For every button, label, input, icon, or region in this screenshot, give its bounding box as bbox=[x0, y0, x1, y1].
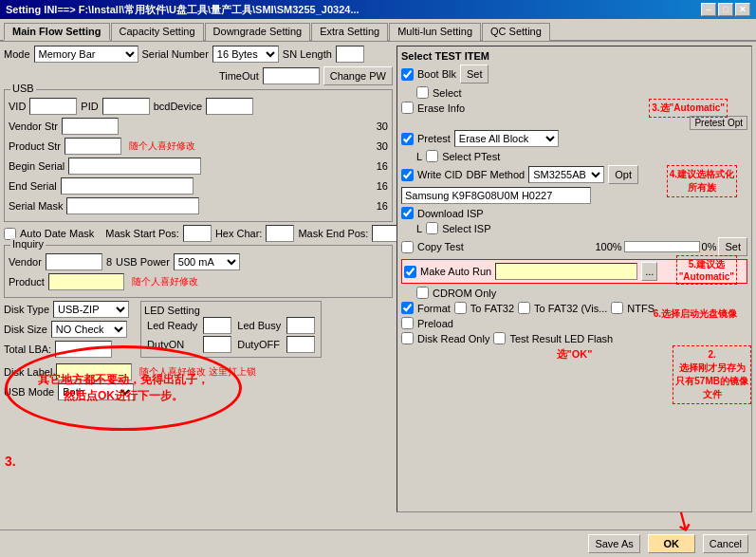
disk-label-input[interactable]: USB DISK bbox=[56, 363, 132, 381]
set-button2[interactable]: Set bbox=[718, 237, 747, 256]
copy-test-label: Copy Test bbox=[417, 241, 464, 252]
sn-length-input[interactable]: 16 bbox=[336, 46, 364, 63]
select-ptest-check[interactable] bbox=[426, 150, 438, 162]
tab-extra[interactable]: Extra Setting bbox=[311, 23, 388, 41]
usb-power-select[interactable]: 500 mA bbox=[174, 253, 240, 270]
led-busy-input[interactable]: 48 bbox=[286, 317, 315, 334]
num5: 16 bbox=[377, 200, 388, 212]
pid-label: PID bbox=[81, 101, 98, 112]
usb-group-label: USB bbox=[10, 83, 36, 94]
set-button[interactable]: Set bbox=[460, 65, 489, 84]
duty-on-input[interactable]: 0 bbox=[203, 336, 231, 353]
begin-serial-input[interactable]: FBA1003240000299 bbox=[68, 158, 201, 175]
dbf-method-select[interactable]: SM3255AB bbox=[528, 166, 604, 183]
copy-pct2: 0% bbox=[702, 241, 717, 252]
preload-check[interactable] bbox=[401, 317, 414, 329]
led-ready-input[interactable]: 3 bbox=[203, 317, 231, 334]
bottom-bar: Save As OK Cancel bbox=[0, 529, 756, 557]
inquiry-vendor-label: Vendor bbox=[9, 256, 42, 268]
tab-downgrade[interactable]: Downgrade Setting bbox=[205, 23, 311, 41]
tab-capacity[interactable]: Capacity Setting bbox=[111, 23, 204, 41]
save-as-button[interactable]: Save As bbox=[588, 534, 639, 553]
usb-mode-select[interactable]: Both bbox=[58, 383, 134, 400]
test-result-check[interactable] bbox=[493, 332, 506, 344]
note1b-text: 随个人喜好修改 bbox=[129, 139, 195, 153]
select1-label: Select bbox=[433, 87, 462, 99]
duty-off-input[interactable]: 0 bbox=[286, 336, 315, 353]
tab-bar: Main Flow Setting Capacity Setting Downg… bbox=[0, 19, 756, 42]
disk-size-select[interactable]: NO Check bbox=[51, 321, 127, 338]
serial-mask-input[interactable]: FBA100324###### bbox=[66, 197, 199, 214]
select1-check[interactable] bbox=[416, 86, 429, 99]
led-busy-label: Led Busy bbox=[234, 316, 284, 335]
usb-power-label: USB Power bbox=[116, 256, 170, 268]
cdrom-only-check[interactable] bbox=[416, 287, 429, 299]
vendor-str-input[interactable]: USB bbox=[62, 118, 119, 135]
samsung-value: Samsung K9F8G08U0M H0227 bbox=[401, 187, 591, 204]
pretest-opt-label: Pretest Opt bbox=[690, 116, 747, 130]
left-panel: Mode Memory Bar Serial Number 16 Bytes S… bbox=[4, 46, 393, 512]
boot-blk-check[interactable] bbox=[401, 68, 414, 81]
fat32-check[interactable] bbox=[454, 302, 467, 314]
title-bar: Setting INI==> F:\Install\常用软件\U盘工具\量产工具… bbox=[0, 0, 756, 19]
tab-main-flow[interactable]: Main Flow Setting bbox=[4, 23, 110, 41]
minimize-button[interactable]: ─ bbox=[701, 3, 716, 16]
begin-serial-label: Begin Serial bbox=[9, 160, 65, 172]
maximize-button[interactable]: □ bbox=[718, 3, 733, 16]
inquiry-vendor-input[interactable]: USB bbox=[46, 253, 102, 270]
mode-select[interactable]: Memory Bar bbox=[34, 46, 138, 63]
select-ptest-label: Select PTest bbox=[442, 151, 500, 162]
disk-label-label: Disk Label bbox=[4, 366, 52, 378]
total-lba-input[interactable]: 0 bbox=[55, 341, 112, 358]
ok-button[interactable]: OK bbox=[648, 534, 695, 553]
mask-start-pos-input[interactable]: 3 bbox=[183, 225, 212, 242]
opt-button[interactable]: Opt bbox=[608, 165, 638, 184]
pretest-select[interactable]: Erase All Block bbox=[454, 130, 559, 147]
bcd-device-input[interactable]: 1100 bbox=[206, 98, 253, 115]
product-str-label: Product Str bbox=[9, 140, 61, 152]
inquiry-vendor-num: 8 bbox=[106, 256, 112, 268]
vendor-str-label: Vendor Str bbox=[9, 121, 58, 132]
write-cid-check[interactable] bbox=[401, 169, 414, 181]
inquiry-product-input[interactable]: USB DISK bbox=[48, 273, 124, 290]
disk-type-select[interactable]: USB-ZIP bbox=[53, 301, 129, 318]
change-pw-button[interactable]: Change PW bbox=[323, 66, 393, 85]
ntfs-check[interactable] bbox=[611, 302, 623, 314]
pid-input[interactable]: 1000 bbox=[102, 98, 150, 115]
erase-info-check[interactable] bbox=[401, 102, 414, 114]
download-isp-check[interactable] bbox=[401, 207, 414, 219]
num1: 30 bbox=[377, 121, 388, 132]
fat32-label: To FAT32 bbox=[470, 303, 514, 314]
select-isp-check[interactable] bbox=[426, 222, 438, 234]
product-str-input[interactable]: PNY X1 bbox=[65, 138, 121, 155]
make-auto-run-input[interactable]: H:\ISO\PE_DIY版_2010.iso bbox=[495, 263, 637, 280]
ntfs-label: NTFS bbox=[627, 303, 655, 314]
end-serial-label: End Serial bbox=[9, 180, 57, 192]
hex-char-label: Hex Char: bbox=[215, 228, 263, 239]
copy-test-check[interactable] bbox=[401, 241, 414, 253]
mask-start-pos-label: Mask Start Pos: bbox=[105, 228, 179, 239]
hex-char-input[interactable] bbox=[266, 225, 294, 242]
end-serial-input[interactable]: FBA1003249999999 bbox=[61, 177, 194, 195]
test-result-label: Test Result LED Flash bbox=[509, 333, 613, 344]
fat32-vista-check[interactable] bbox=[518, 302, 530, 314]
vid-input[interactable]: 090C bbox=[29, 98, 77, 115]
dbf-method-label: DBF Method bbox=[466, 169, 525, 180]
close-button[interactable]: ✕ bbox=[735, 3, 750, 16]
timeout-label: TimeOut bbox=[219, 70, 259, 82]
cancel-button[interactable]: Cancel bbox=[703, 534, 748, 553]
disk-read-only-check[interactable] bbox=[401, 332, 414, 344]
sn-length-label: SN Length bbox=[283, 48, 332, 60]
browse-button[interactable]: ... bbox=[641, 262, 657, 281]
tab-multi-lun[interactable]: Multi-lun Setting bbox=[389, 23, 481, 41]
tab-qc[interactable]: QC Setting bbox=[482, 23, 550, 41]
ok-annotation: 选"OK" bbox=[557, 348, 593, 360]
format-check[interactable] bbox=[401, 302, 414, 314]
mode-label: Mode bbox=[4, 48, 30, 60]
select-test-item-label: Select TEST ITEM bbox=[401, 50, 747, 62]
pretest-check[interactable] bbox=[401, 133, 414, 145]
make-auto-run-check[interactable] bbox=[404, 266, 416, 278]
timeout-input[interactable]: 10000 bbox=[263, 67, 320, 84]
serial-number-select[interactable]: 16 Bytes bbox=[212, 46, 279, 63]
pretest-label: Pretest bbox=[417, 133, 451, 144]
